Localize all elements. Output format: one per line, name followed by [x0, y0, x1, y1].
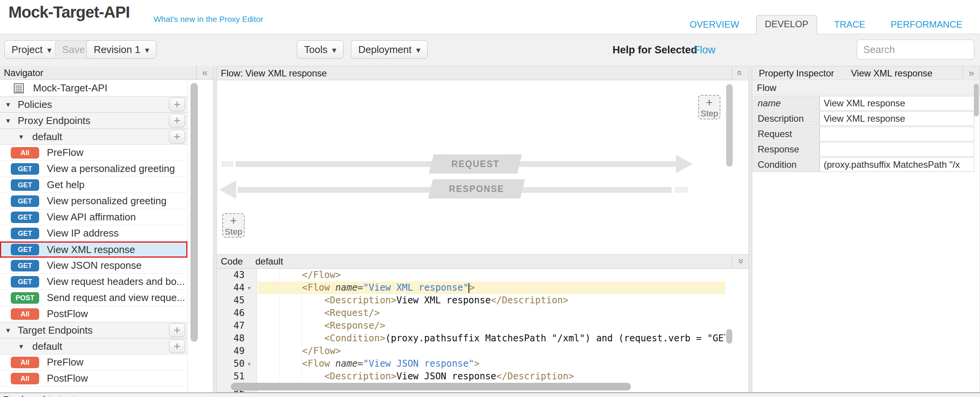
search-input[interactable]	[857, 40, 974, 60]
inspector-subtitle: View XML response	[851, 66, 932, 80]
code-line-46[interactable]: 46 <Request/>	[217, 307, 748, 319]
code-text: </Flow>	[258, 269, 725, 281]
code-line-50[interactable]: 50 <Flow name="View JSON response">	[217, 357, 748, 370]
nav-item-view-a-personalized-greeting[interactable]: GETView a personalized greeting	[0, 161, 187, 177]
toolbar: Project Save Revision 1 Tools Deployment…	[0, 34, 980, 66]
property-value[interactable]: View XML response	[819, 111, 974, 126]
nav-item-label: View JSON response	[47, 258, 142, 273]
add-button[interactable]	[169, 130, 185, 144]
code-line-44[interactable]: 44 <Flow name="View XML response">	[217, 281, 748, 294]
code-title: Code	[221, 255, 243, 268]
nav-item-default[interactable]: default	[0, 338, 187, 354]
response-arrowhead-icon	[219, 180, 236, 199]
nav-item-postflow[interactable]: AllPostFlow	[0, 371, 187, 387]
code-horizontal-scrollbar[interactable]	[231, 383, 631, 390]
caret-down-icon	[416, 44, 420, 56]
code-line-47[interactable]: 47 <Response/>	[217, 319, 748, 332]
save-button-label: Save	[62, 44, 85, 56]
inspector-scrollbar[interactable]	[974, 84, 979, 116]
nav-item-view-ip-address[interactable]: GETView IP address	[0, 225, 187, 242]
expand-up-icon[interactable]	[732, 66, 748, 80]
nav-item-view-json-response[interactable]: GETView JSON response	[0, 258, 187, 274]
nav-item-view-personalized-greeting[interactable]: GETView personalized greeting	[0, 193, 187, 209]
caret-down-icon	[332, 44, 336, 56]
property-value[interactable]	[819, 127, 974, 141]
fold-arrow-icon[interactable]	[248, 281, 251, 294]
code-line-43[interactable]: 43 </Flow>	[217, 269, 748, 281]
nav-item-label: Get help	[47, 177, 84, 192]
code-editor[interactable]: 43 </Flow>44 <Flow name="View XML respon…	[217, 269, 748, 392]
add-step-button[interactable]: + Step	[222, 213, 245, 238]
nav-item-policies[interactable]: Policies	[0, 96, 187, 112]
property-value[interactable]	[819, 142, 974, 157]
tab-trace[interactable]: TRACE	[826, 16, 874, 34]
add-button[interactable]	[169, 98, 185, 111]
inspector-rows: nameView XML responseDescriptionView XML…	[752, 96, 974, 173]
nav-item-preflow[interactable]: AllPreFlow	[0, 145, 187, 161]
collapse-left-icon[interactable]	[196, 66, 213, 80]
revision-button[interactable]: Revision 1	[86, 40, 156, 59]
code-line-49[interactable]: 49 </Flow>	[217, 345, 748, 357]
code-line-51[interactable]: 51 <Description>View JSON response</Desc…	[217, 370, 748, 383]
nav-item-proxy-endpoints[interactable]: Proxy Endpoints	[0, 112, 187, 129]
tab-overview[interactable]: OVERVIEW	[681, 16, 748, 34]
app-header: Mock-Target-API What's new in the Proxy …	[0, 0, 980, 34]
flow-scrollbar[interactable]	[726, 84, 733, 167]
property-label: Request	[752, 127, 819, 141]
code-line-45[interactable]: 45 <Description>View XML response</Descr…	[217, 294, 748, 307]
response-flow-segment	[675, 187, 688, 193]
caret-down-icon[interactable]	[19, 339, 23, 354]
code-text: </Flow>	[258, 345, 725, 357]
nav-item-label: PostFlow	[47, 371, 88, 386]
nav-item-get-help[interactable]: GETGet help	[0, 177, 187, 193]
verb-badge-get: GET	[11, 260, 39, 271]
proxy-icon	[14, 83, 24, 93]
add-button[interactable]	[169, 323, 185, 337]
tab-develop[interactable]: DEVELOP	[756, 15, 817, 34]
property-row-request: Request	[752, 127, 974, 141]
line-number: 46	[217, 307, 245, 319]
inspector-title: Property Inspector	[759, 66, 834, 80]
help-flow-link[interactable]: Flow	[694, 44, 715, 56]
code-vertical-scrollbar[interactable]	[726, 329, 732, 344]
project-button[interactable]: Project	[4, 40, 59, 59]
nav-item-postflow[interactable]: AllPostFlow	[0, 306, 187, 322]
nav-item-send-request-and-view-reque[interactable]: POSTSend request and view reque...	[0, 290, 187, 306]
navigator-scrollbar[interactable]	[190, 83, 198, 342]
code-line-48[interactable]: 48 <Condition>(proxy.pathsuffix MatchesP…	[217, 332, 748, 345]
tools-button[interactable]: Tools	[297, 40, 344, 59]
add-button[interactable]	[169, 339, 185, 353]
nav-item-target-endpoints[interactable]: Target Endpoints	[0, 322, 187, 338]
property-value[interactable]: (proxy.pathsuffix MatchesPath "/x	[819, 157, 974, 172]
expand-down-icon[interactable]	[732, 255, 748, 268]
property-value[interactable]: View XML response	[819, 96, 974, 111]
tools-button-label: Tools	[304, 44, 328, 56]
tab-performance[interactable]: PERFORMANCE	[882, 16, 971, 34]
request-arrowhead-icon	[676, 155, 693, 173]
project-button-label: Project	[12, 44, 43, 56]
collapse-right-icon[interactable]	[963, 66, 980, 80]
nav-item-mock-target-api[interactable]: Mock-Target-API	[0, 80, 187, 96]
request-flow-segment	[221, 161, 233, 167]
code-text: <Flow name="View XML response">	[258, 281, 725, 294]
nav-item-label: default	[32, 339, 62, 354]
nav-item-label: Mock-Target-API	[33, 80, 108, 96]
nav-item-label: PreFlow	[47, 145, 83, 160]
whats-new-link[interactable]: What's new in the Proxy Editor	[154, 15, 263, 24]
deployment-button[interactable]: Deployment	[351, 40, 428, 59]
nav-item-view-api-affirmation[interactable]: GETView API affirmation	[0, 209, 187, 225]
caret-down-icon[interactable]	[6, 97, 10, 112]
fold-arrow-icon[interactable]	[248, 357, 251, 370]
add-step-button[interactable]: + Step	[698, 95, 720, 119]
nav-item-view-xml-response[interactable]: GETView XML response	[0, 242, 187, 258]
nav-item-default[interactable]: default	[0, 129, 187, 145]
caret-down-icon[interactable]	[6, 323, 10, 338]
nav-item-preflow[interactable]: AllPreFlow	[0, 354, 187, 371]
caret-down-icon[interactable]	[19, 129, 23, 144]
property-label: Condition	[752, 157, 819, 172]
caret-down-icon[interactable]	[6, 113, 10, 128]
add-button[interactable]	[169, 114, 185, 127]
nav-item-label: View IP address	[47, 225, 119, 241]
nav-item-view-request-headers-and-bo[interactable]: GETView request headers and bo...	[0, 274, 187, 290]
nav-item-label: Target Endpoints	[18, 323, 93, 338]
